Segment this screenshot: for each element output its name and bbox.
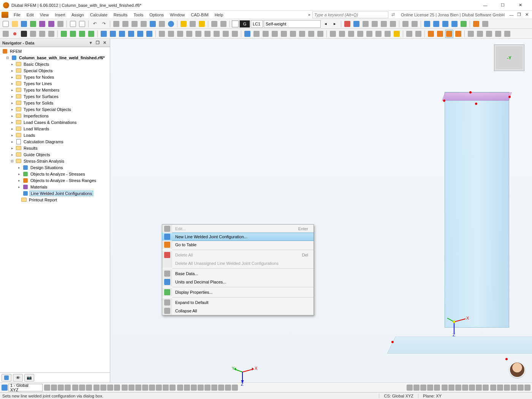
bb21[interactable] [184, 385, 190, 391]
menu-options[interactable]: Options [146, 12, 167, 18]
secondary-close[interactable]: ✕ [523, 11, 530, 18]
bb9[interactable] [100, 385, 106, 391]
secondary-restore[interactable]: ❐ [516, 11, 522, 18]
bb12[interactable] [122, 385, 128, 391]
expander-icon[interactable]: ▸ [10, 153, 14, 157]
mesh1-button[interactable] [427, 30, 435, 38]
flag3-button[interactable] [198, 20, 206, 28]
bb6[interactable] [79, 385, 85, 391]
bb4[interactable] [65, 385, 71, 391]
expander-icon[interactable]: ▸ [10, 146, 14, 150]
bb3[interactable] [58, 385, 64, 391]
menu-cad-bim[interactable]: CAD-BIM [188, 12, 211, 18]
expander-icon[interactable]: ▸ [17, 179, 21, 182]
menu-assign[interactable]: Assign [68, 12, 87, 18]
expander-icon[interactable]: ▸ [10, 108, 14, 111]
menu-insert[interactable]: Insert [52, 12, 68, 18]
nav-mode-display[interactable]: 👁 [13, 374, 23, 382]
v3-button[interactable] [441, 20, 450, 28]
tree-item[interactable]: ▸Load Cases & Combinations [0, 119, 110, 125]
tree-item[interactable]: ▸Design Situations [0, 164, 110, 171]
secondary-minimize[interactable]: — [508, 11, 515, 18]
v2-button[interactable] [432, 20, 440, 28]
node-button[interactable] [11, 30, 19, 38]
expander-icon[interactable]: ▸ [10, 140, 14, 144]
bb16[interactable] [149, 385, 155, 391]
bb11[interactable] [114, 385, 120, 391]
tree-item[interactable]: ▸Imperfections [0, 112, 110, 119]
bb1[interactable] [44, 385, 50, 391]
m8-button[interactable] [222, 30, 230, 38]
nav-mode-views[interactable]: 📷 [24, 374, 34, 382]
s4-button[interactable] [87, 30, 95, 38]
table1-button[interactable] [112, 20, 120, 28]
context-menu-item[interactable]: New Line Welded Joint Configuration... [162, 233, 314, 241]
context-menu-item[interactable]: Base Data... [162, 269, 314, 278]
h2-button[interactable] [414, 30, 423, 38]
surface-button[interactable] [38, 30, 46, 38]
menu-tools[interactable]: Tools [130, 12, 146, 18]
expander-icon[interactable]: ▸ [10, 101, 14, 105]
z1-button[interactable] [467, 30, 475, 38]
maximize-button[interactable]: ☐ [494, 0, 511, 11]
flag1-button[interactable] [179, 20, 188, 28]
bb27[interactable] [225, 385, 231, 391]
lc-code[interactable]: LC1 [251, 20, 263, 28]
line-button[interactable] [20, 30, 28, 38]
document-button[interactable] [78, 20, 86, 28]
sel-button[interactable] [2, 30, 10, 38]
f3-button[interactable] [261, 30, 270, 38]
workplane-combo[interactable]: 1 - Global XYZ [8, 384, 43, 391]
t1-button[interactable] [100, 30, 108, 38]
snap10[interactable] [469, 385, 475, 391]
mesh2-button[interactable] [436, 30, 444, 38]
undo-button[interactable]: ↶ [90, 20, 99, 28]
expander-icon[interactable]: ▸ [10, 82, 14, 86]
expander-icon[interactable]: ⊟ [5, 56, 10, 60]
snap2[interactable] [413, 385, 420, 391]
bb14[interactable] [135, 385, 141, 391]
navigator-dropdown-icon[interactable]: ▾ [88, 40, 94, 46]
z3-button[interactable] [485, 30, 493, 38]
expander-icon[interactable]: ▸ [10, 88, 14, 92]
menu-view[interactable]: View [37, 12, 52, 18]
menu-window[interactable]: Window [167, 12, 188, 18]
menu-file[interactable]: File [11, 12, 24, 18]
tree-item[interactable]: ▸Loads [0, 132, 110, 138]
bb17[interactable] [156, 385, 162, 391]
snap13[interactable] [490, 385, 496, 391]
app-menu-icon[interactable] [2, 12, 8, 18]
snap6[interactable] [442, 385, 448, 391]
f7-button[interactable] [298, 30, 306, 38]
navigator-tree[interactable]: RFEM ⊟ Column_base_with_line_weld_finish… [0, 47, 110, 372]
expander-icon[interactable]: ▸ [10, 75, 14, 79]
s1-button[interactable] [60, 30, 68, 38]
snap15[interactable] [504, 385, 510, 391]
r3-button[interactable] [361, 20, 370, 28]
table3-button[interactable] [130, 20, 139, 28]
f8-button[interactable] [307, 30, 315, 38]
menu-calculate[interactable]: Calculate [87, 12, 111, 18]
lc-prev-button[interactable]: ◂ [321, 20, 330, 28]
m3-button[interactable] [176, 30, 184, 38]
tree-item[interactable]: Line Welded Joint Configurations [0, 190, 110, 196]
g1-button[interactable] [329, 30, 337, 38]
z4-button[interactable] [494, 30, 502, 38]
snap9[interactable] [462, 385, 468, 391]
g8-button[interactable] [393, 30, 401, 38]
s2-button[interactable] [69, 30, 77, 38]
tree-item[interactable]: ▸Special Objects [0, 67, 110, 74]
expander-icon[interactable]: ▸ [10, 95, 14, 98]
tree-item[interactable]: ▸Types for Solids [0, 100, 110, 106]
help-button[interactable] [472, 20, 480, 28]
snap7[interactable] [448, 385, 454, 391]
v4-button[interactable] [450, 20, 459, 28]
tree-project[interactable]: ⊟ Column_base_with_line_weld_finished.rf… [0, 54, 110, 61]
v1-button[interactable] [423, 20, 431, 28]
tree-item[interactable]: ▸Load Wizards [0, 125, 110, 132]
bb18[interactable] [163, 385, 169, 391]
table2-button[interactable] [121, 20, 130, 28]
lc-next-button[interactable]: ▸ [331, 20, 339, 28]
bb10[interactable] [107, 385, 113, 391]
snap11[interactable] [476, 385, 482, 391]
